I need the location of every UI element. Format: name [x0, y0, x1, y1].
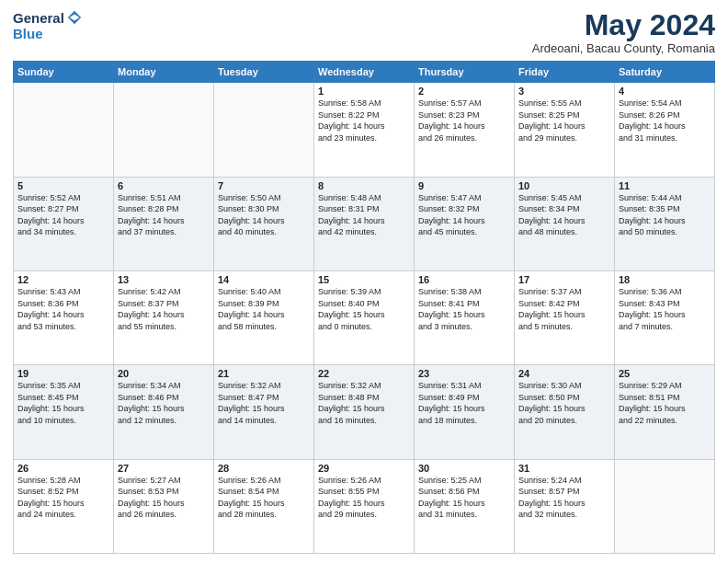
day-number: 12 — [17, 274, 109, 285]
calendar-cell: 25Sunrise: 5:29 AM Sunset: 8:51 PM Dayli… — [615, 365, 715, 459]
calendar-cell: 17Sunrise: 5:37 AM Sunset: 8:42 PM Dayli… — [515, 270, 615, 364]
title-section: May 2024 Ardeoani, Bacau County, Romania — [532, 9, 715, 55]
calendar-cell: 6Sunrise: 5:51 AM Sunset: 8:28 PM Daylig… — [114, 177, 214, 270]
day-info: Sunrise: 5:40 AM Sunset: 8:39 PM Dayligh… — [218, 286, 310, 332]
day-number: 9 — [418, 180, 510, 191]
calendar-day-header: Friday — [515, 62, 615, 83]
day-number: 13 — [118, 274, 210, 285]
calendar-week-row: 12Sunrise: 5:43 AM Sunset: 8:36 PM Dayli… — [14, 270, 715, 364]
calendar-cell: 11Sunrise: 5:44 AM Sunset: 8:35 PM Dayli… — [615, 177, 715, 270]
day-info: Sunrise: 5:51 AM Sunset: 8:28 PM Dayligh… — [118, 192, 210, 238]
calendar-day-header: Saturday — [615, 62, 715, 83]
day-number: 3 — [518, 86, 610, 97]
day-info: Sunrise: 5:55 AM Sunset: 8:25 PM Dayligh… — [518, 98, 610, 144]
day-number: 10 — [518, 180, 610, 191]
day-info: Sunrise: 5:28 AM Sunset: 8:52 PM Dayligh… — [17, 475, 109, 521]
header: General Blue May 2024 Ardeoani, Bacau Co… — [13, 9, 715, 55]
day-info: Sunrise: 5:25 AM Sunset: 8:56 PM Dayligh… — [418, 475, 510, 521]
calendar-cell: 24Sunrise: 5:30 AM Sunset: 8:50 PM Dayli… — [515, 365, 615, 459]
calendar: SundayMondayTuesdayWednesdayThursdayFrid… — [13, 61, 715, 554]
day-info: Sunrise: 5:42 AM Sunset: 8:37 PM Dayligh… — [118, 286, 210, 332]
calendar-day-header: Wednesday — [314, 62, 415, 83]
logo-blue-text: Blue — [13, 26, 43, 41]
calendar-day-header: Thursday — [415, 62, 515, 83]
day-info: Sunrise: 5:47 AM Sunset: 8:32 PM Dayligh… — [418, 192, 510, 238]
day-number: 11 — [619, 180, 711, 191]
day-info: Sunrise: 5:54 AM Sunset: 8:26 PM Dayligh… — [619, 98, 711, 144]
calendar-cell: 22Sunrise: 5:32 AM Sunset: 8:48 PM Dayli… — [314, 365, 415, 459]
calendar-header-row: SundayMondayTuesdayWednesdayThursdayFrid… — [14, 62, 715, 83]
day-info: Sunrise: 5:58 AM Sunset: 8:22 PM Dayligh… — [318, 98, 410, 144]
calendar-cell: 20Sunrise: 5:34 AM Sunset: 8:46 PM Dayli… — [114, 365, 214, 459]
day-number: 2 — [418, 86, 510, 97]
day-number: 5 — [17, 180, 109, 191]
calendar-week-row: 1Sunrise: 5:58 AM Sunset: 8:22 PM Daylig… — [14, 83, 715, 177]
calendar-cell: 18Sunrise: 5:36 AM Sunset: 8:43 PM Dayli… — [615, 270, 715, 364]
day-number: 20 — [118, 368, 210, 379]
calendar-cell — [14, 83, 114, 177]
day-info: Sunrise: 5:27 AM Sunset: 8:53 PM Dayligh… — [118, 475, 210, 521]
day-info: Sunrise: 5:30 AM Sunset: 8:50 PM Dayligh… — [518, 380, 610, 426]
day-number: 24 — [518, 368, 610, 379]
day-number: 16 — [418, 274, 510, 285]
day-number: 7 — [218, 180, 310, 191]
day-number: 28 — [218, 463, 310, 474]
day-info: Sunrise: 5:31 AM Sunset: 8:49 PM Dayligh… — [418, 380, 510, 426]
day-info: Sunrise: 5:37 AM Sunset: 8:42 PM Dayligh… — [518, 286, 610, 332]
day-number: 18 — [619, 274, 711, 285]
day-number: 22 — [318, 368, 410, 379]
calendar-cell: 15Sunrise: 5:39 AM Sunset: 8:40 PM Dayli… — [314, 270, 415, 364]
day-number: 27 — [118, 463, 210, 474]
day-number: 26 — [17, 463, 109, 474]
calendar-day-header: Monday — [114, 62, 214, 83]
day-info: Sunrise: 5:24 AM Sunset: 8:57 PM Dayligh… — [518, 475, 610, 521]
day-info: Sunrise: 5:29 AM Sunset: 8:51 PM Dayligh… — [619, 380, 711, 426]
day-number: 15 — [318, 274, 410, 285]
day-info: Sunrise: 5:35 AM Sunset: 8:45 PM Dayligh… — [17, 380, 109, 426]
calendar-cell: 9Sunrise: 5:47 AM Sunset: 8:32 PM Daylig… — [415, 177, 515, 270]
calendar-cell: 31Sunrise: 5:24 AM Sunset: 8:57 PM Dayli… — [515, 459, 615, 553]
day-number: 4 — [619, 86, 711, 97]
day-info: Sunrise: 5:52 AM Sunset: 8:27 PM Dayligh… — [17, 192, 109, 238]
calendar-cell: 13Sunrise: 5:42 AM Sunset: 8:37 PM Dayli… — [114, 270, 214, 364]
page: General Blue May 2024 Ardeoani, Bacau Co… — [0, 0, 728, 563]
calendar-week-row: 19Sunrise: 5:35 AM Sunset: 8:45 PM Dayli… — [14, 365, 715, 459]
logo-general-text: General — [13, 10, 64, 26]
calendar-cell: 16Sunrise: 5:38 AM Sunset: 8:41 PM Dayli… — [415, 270, 515, 364]
day-info: Sunrise: 5:32 AM Sunset: 8:48 PM Dayligh… — [318, 380, 410, 426]
day-number: 17 — [518, 274, 610, 285]
calendar-cell: 30Sunrise: 5:25 AM Sunset: 8:56 PM Dayli… — [415, 459, 515, 553]
day-number: 23 — [418, 368, 510, 379]
calendar-cell: 26Sunrise: 5:28 AM Sunset: 8:52 PM Dayli… — [14, 459, 114, 553]
calendar-cell: 1Sunrise: 5:58 AM Sunset: 8:22 PM Daylig… — [314, 83, 415, 177]
logo: General Blue — [13, 9, 83, 41]
calendar-cell: 19Sunrise: 5:35 AM Sunset: 8:45 PM Dayli… — [14, 365, 114, 459]
day-number: 1 — [318, 86, 410, 97]
day-number: 25 — [619, 368, 711, 379]
calendar-cell: 5Sunrise: 5:52 AM Sunset: 8:27 PM Daylig… — [14, 177, 114, 270]
day-number: 8 — [318, 180, 410, 191]
calendar-week-row: 5Sunrise: 5:52 AM Sunset: 8:27 PM Daylig… — [14, 177, 715, 270]
month-title: May 2024 — [532, 9, 715, 41]
day-info: Sunrise: 5:39 AM Sunset: 8:40 PM Dayligh… — [318, 286, 410, 332]
calendar-cell: 4Sunrise: 5:54 AM Sunset: 8:26 PM Daylig… — [615, 83, 715, 177]
calendar-cell: 3Sunrise: 5:55 AM Sunset: 8:25 PM Daylig… — [515, 83, 615, 177]
day-info: Sunrise: 5:57 AM Sunset: 8:23 PM Dayligh… — [418, 98, 510, 144]
day-info: Sunrise: 5:50 AM Sunset: 8:30 PM Dayligh… — [218, 192, 310, 238]
logo-icon — [66, 9, 83, 26]
calendar-cell: 14Sunrise: 5:40 AM Sunset: 8:39 PM Dayli… — [214, 270, 314, 364]
day-number: 21 — [218, 368, 310, 379]
day-info: Sunrise: 5:43 AM Sunset: 8:36 PM Dayligh… — [17, 286, 109, 332]
day-info: Sunrise: 5:48 AM Sunset: 8:31 PM Dayligh… — [318, 192, 410, 238]
day-number: 30 — [418, 463, 510, 474]
calendar-day-header: Tuesday — [214, 62, 314, 83]
calendar-week-row: 26Sunrise: 5:28 AM Sunset: 8:52 PM Dayli… — [14, 459, 715, 553]
day-number: 6 — [118, 180, 210, 191]
day-number: 19 — [17, 368, 109, 379]
calendar-cell: 29Sunrise: 5:26 AM Sunset: 8:55 PM Dayli… — [314, 459, 415, 553]
day-number: 14 — [218, 274, 310, 285]
day-info: Sunrise: 5:38 AM Sunset: 8:41 PM Dayligh… — [418, 286, 510, 332]
calendar-cell — [615, 459, 715, 553]
calendar-day-header: Sunday — [14, 62, 114, 83]
location: Ardeoani, Bacau County, Romania — [532, 41, 715, 55]
